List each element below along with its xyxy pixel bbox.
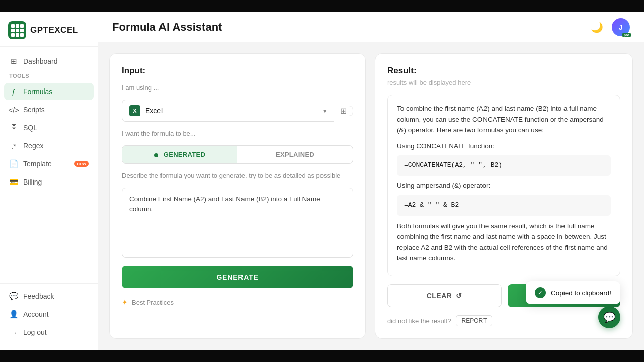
bottom-bar [0,350,644,362]
sidebar-item-label: Feedback [23,292,54,300]
dashboard-icon: ⊞ [9,57,18,66]
formula-block-1: =CONCATENATE(A2, " ", B2) [397,155,611,176]
formula-block-2: =A2 & " " & B2 [397,195,611,216]
avatar[interactable]: J pro [612,18,630,36]
sidebar-item-label: Log out [23,328,47,336]
tab-generated[interactable]: GENERATED [122,146,237,163]
formulas-icon: ƒ [9,87,18,96]
result-outro: Both formulas will give you the same res… [397,221,611,264]
generate-button[interactable]: GENERATE [122,266,353,288]
excel-icon: X [129,105,140,116]
content-area: Input: I am using ... X Excel ▾ ⊞ I want… [98,42,644,350]
tab-explained[interactable]: EXPLAINED [237,146,353,163]
tool-dropdown[interactable]: X Excel ▾ [122,100,334,122]
main-content: Formula AI Assistant 🌙 J pro Input: I am… [98,12,644,350]
section2-label: Using ampersand (&) operator: [397,180,611,191]
logo: GPTEXCEL [0,12,98,47]
sidebar-item-label: Template [23,160,52,168]
account-icon: 👤 [9,310,18,319]
feedback-label: did not like the result? [387,317,451,325]
sidebar-item-label: Regex [23,142,43,150]
sidebar-bottom: 💬 Feedback 👤 Account → Log out [0,283,98,350]
grid-button[interactable]: ⊞ [334,106,353,116]
check-icon: ✓ [535,287,546,298]
logo-text: GPTEXCEL [30,25,78,35]
top-header: Formula AI Assistant 🌙 J pro [98,12,644,42]
sidebar-item-template[interactable]: 📄 Template new [4,155,94,172]
sidebar-item-label: Scripts [23,106,45,114]
chevron-down-icon: ▾ [323,107,327,115]
sidebar-item-scripts[interactable]: </> Scripts [4,101,94,118]
result-text-area: To combine the first name (A2) and last … [387,95,620,276]
logout-icon: → [9,328,18,337]
best-practices-label: Best Practices [132,299,174,306]
sidebar-item-label: Account [23,310,49,318]
sidebar-item-dashboard[interactable]: ⊞ Dashboard [4,53,94,70]
sidebar: GPTEXCEL ⊞ Dashboard Tools ƒ Formulas </… [0,12,98,350]
result-panel: Result: results will be displayed here T… [375,53,633,339]
regex-icon: .* [9,141,18,150]
logo-icon [8,21,26,39]
sidebar-item-account[interactable]: 👤 Account [4,306,94,323]
result-subtitle: results will be displayed here [387,79,620,86]
sidebar-item-sql[interactable]: 🗄 SQL [4,119,94,136]
header-actions: 🌙 J pro [588,18,630,36]
section1-label: Using CONCATENATE function: [397,141,611,152]
toast-message: Copied to clipboard! [551,289,611,297]
input-panel-title: Input: [122,66,353,76]
refresh-icon: ↺ [456,292,462,300]
billing-icon: 💳 [9,177,18,187]
feedback-row: did not like the result? REPORT [387,315,620,326]
tool-select: X Excel ▾ ⊞ [122,100,353,122]
feedback-icon: 💬 [9,292,18,301]
scripts-icon: </> [9,105,18,114]
sidebar-item-label: SQL [23,124,37,132]
sidebar-item-formulas[interactable]: ƒ Formulas [4,83,94,100]
sidebar-item-label: Billing [23,178,42,186]
avatar-initials: J [619,23,623,31]
toast: ✓ Copied to clipboard! [526,281,620,304]
formula-type-label: I want the formula to be... [122,130,353,137]
describe-label: Describe the formula you want to generat… [122,172,353,179]
tool-label: I am using ... [122,84,353,92]
result-panel-title: Result: [387,66,620,76]
input-panel: Input: I am using ... X Excel ▾ ⊞ I want… [109,53,366,339]
clear-button[interactable]: CLEAR ↺ [387,284,502,307]
sidebar-item-regex[interactable]: .* Regex [4,137,94,154]
page-title: Formula AI Assistant [112,21,222,34]
tools-label: Tools [4,71,94,83]
sidebar-item-label: Dashboard [23,57,58,65]
star-icon: ✦ [122,298,128,306]
tab-buttons: GENERATED EXPLAINED [122,145,353,164]
chat-fab-button[interactable]: 💬 [598,306,620,328]
sidebar-item-logout[interactable]: → Log out [4,324,94,341]
selected-tool: Excel [145,107,318,115]
dark-mode-button[interactable]: 🌙 [588,18,606,36]
result-intro: To combine the first name (A2) and last … [397,103,611,136]
template-icon: 📄 [9,159,18,168]
avatar-pro-badge: pro [622,33,631,37]
sidebar-item-feedback[interactable]: 💬 Feedback [4,288,94,305]
sql-icon: 🗄 [9,123,18,132]
new-badge: new [74,161,89,167]
best-practices[interactable]: ✦ Best Practices [122,296,353,308]
top-bar [0,0,644,12]
sidebar-nav: ⊞ Dashboard Tools ƒ Formulas </> Scripts… [0,47,98,283]
report-button[interactable]: REPORT [456,315,492,326]
sidebar-item-label: Formulas [23,87,52,96]
formula-input[interactable]: Combine First Name (A2) and Last Name (B… [122,188,353,258]
sidebar-item-billing[interactable]: 💳 Billing [4,173,94,191]
